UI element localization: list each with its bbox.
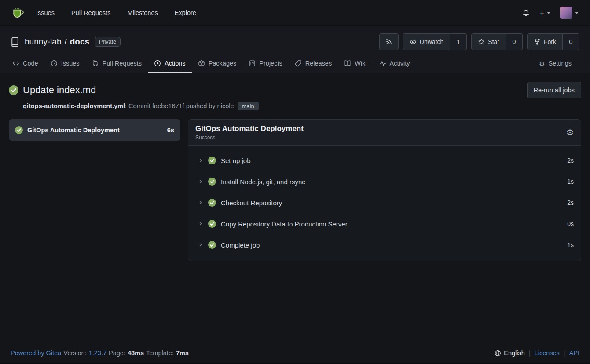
job-duration: 6s (167, 127, 174, 134)
job-name: GitOps Automatic Deployment (27, 127, 120, 134)
notifications-button[interactable] (522, 9, 530, 17)
top-navbar: Issues Pull Requests Milestones Explore … (0, 0, 590, 26)
chevron-down-icon (547, 12, 550, 14)
tab-label: Packages (209, 60, 237, 67)
tab-wiki[interactable]: Wiki (338, 55, 373, 73)
tab-actions[interactable]: Actions (148, 55, 192, 73)
pull-request-icon (92, 60, 99, 67)
chevron-right-icon[interactable] (198, 179, 203, 184)
tab-label: Releases (305, 60, 332, 67)
repo-book-icon (10, 36, 20, 47)
tab-label: Issues (61, 60, 80, 67)
chevron-down-icon (575, 12, 579, 14)
version-link[interactable]: 1.23.7 (89, 349, 106, 357)
unwatch-label: Unwatch (420, 38, 443, 45)
job-item-selected[interactable]: GitOps Automatic Deployment 6s (9, 119, 180, 141)
create-new-button[interactable]: + (539, 8, 550, 18)
job-detail-panel: GitOps Automatic Deployment Success ⚙ Se… (188, 119, 581, 261)
watch-button-group: Unwatch 1 (403, 33, 467, 50)
gear-icon: ⚙ (539, 60, 545, 67)
fork-label: Fork (544, 38, 556, 45)
tab-label: Projects (259, 60, 282, 67)
navbar-item-milestones[interactable]: Milestones (127, 9, 158, 16)
tab-label: Actions (165, 60, 186, 67)
gitea-cup-icon (11, 6, 25, 19)
rss-icon (385, 38, 392, 45)
repo-name-link[interactable]: docs (70, 37, 89, 47)
job-panel-header: GitOps Automatic Deployment Success ⚙ (188, 120, 581, 146)
step-row[interactable]: Complete job 1s (188, 234, 581, 255)
step-row[interactable]: Checkout Repository 2s (188, 192, 581, 213)
licenses-link[interactable]: Licenses (535, 349, 560, 357)
chevron-right-icon[interactable] (198, 242, 203, 248)
step-success-check-icon (208, 241, 216, 249)
tab-releases[interactable]: Releases (289, 55, 338, 73)
repo-owner-link[interactable]: bunny-lab (25, 37, 61, 47)
chevron-right-icon[interactable] (198, 200, 203, 205)
job-status-text: Success (195, 135, 304, 141)
globe-icon (495, 350, 501, 357)
unwatch-button[interactable]: Unwatch (403, 33, 450, 50)
chevron-right-icon[interactable] (198, 158, 203, 163)
footer: Powered by Gitea Version: 1.23.7 Page: 4… (0, 343, 590, 364)
template-time-value: 7ms (176, 349, 189, 357)
tab-settings[interactable]: ⚙ Settings (533, 55, 578, 73)
footer-left: Powered by Gitea Version: 1.23.7 Page: 4… (11, 349, 189, 357)
api-link[interactable]: API (569, 349, 579, 357)
forks-count[interactable]: 0 (563, 33, 579, 50)
gitea-logo[interactable] (11, 6, 25, 19)
step-row[interactable]: Copy Repository Data to Production Serve… (188, 213, 581, 234)
rerun-all-jobs-button[interactable]: Re-run all jobs (527, 82, 582, 98)
play-circle-icon (154, 60, 161, 67)
chevron-right-icon[interactable] (198, 221, 203, 226)
branch-badge[interactable]: main (238, 102, 259, 110)
repo-title: bunny-lab / docs (25, 37, 89, 47)
stars-count[interactable]: 0 (506, 33, 523, 50)
repo-actions: Unwatch 1 Star 0 (379, 33, 579, 50)
step-name: Complete job (221, 241, 260, 249)
package-icon (198, 60, 205, 67)
powered-by-gitea-link[interactable]: Powered by Gitea (11, 349, 61, 357)
tab-activity[interactable]: Activity (373, 55, 416, 73)
run-meta: gitops-automatic-deployment.yml: Commit … (23, 102, 581, 110)
tab-issues[interactable]: Issues (44, 55, 86, 73)
fork-button-group: Fork 0 (527, 33, 579, 50)
footer-divider: | (564, 349, 565, 357)
navbar-right: + (522, 7, 579, 19)
step-success-check-icon (208, 178, 216, 186)
workflow-file-link[interactable]: gitops-automatic-deployment.yml (23, 102, 125, 109)
tag-icon (295, 60, 302, 67)
step-duration: 1s (567, 178, 574, 185)
tab-label: Code (23, 60, 38, 67)
issue-circle-icon (51, 60, 58, 67)
tab-label: Wiki (355, 60, 366, 67)
step-name: Checkout Repository (221, 199, 282, 207)
job-options-gear-icon[interactable]: ⚙ (566, 128, 574, 137)
step-row[interactable]: Install Node.js, git, and rsync 1s (188, 171, 581, 192)
actions-run-page: Update index.md Re-run all jobs gitops-a… (0, 73, 590, 261)
tab-projects[interactable]: Projects (242, 55, 288, 73)
tab-code[interactable]: Code (6, 55, 44, 73)
watchers-count[interactable]: 1 (450, 33, 467, 50)
plus-icon: + (539, 8, 545, 18)
step-success-check-icon (208, 199, 216, 207)
commit-text: : Commit faebe1671f pushed by nicole (125, 102, 234, 109)
job-success-check-icon (15, 126, 23, 134)
tab-packages[interactable]: Packages (192, 55, 243, 73)
step-row[interactable]: Set up job 2s (188, 150, 581, 171)
book-icon (344, 60, 351, 67)
run-header: Update index.md Re-run all jobs (9, 82, 581, 98)
repo-title-row: bunny-lab / docs Private Unwatch (0, 26, 590, 53)
navbar-item-issues[interactable]: Issues (36, 9, 55, 16)
avatar (560, 7, 572, 19)
tab-pull-requests[interactable]: Pull Requests (86, 55, 148, 73)
star-button[interactable]: Star (471, 33, 506, 50)
user-menu-button[interactable] (560, 7, 579, 19)
language-selector[interactable]: English (495, 349, 525, 357)
step-duration: 2s (567, 157, 574, 164)
navbar-item-pull-requests[interactable]: Pull Requests (71, 9, 110, 16)
fork-button[interactable]: Fork (527, 33, 563, 50)
star-label: Star (488, 38, 499, 45)
rss-button[interactable] (379, 33, 399, 50)
navbar-item-explore[interactable]: Explore (175, 9, 196, 16)
